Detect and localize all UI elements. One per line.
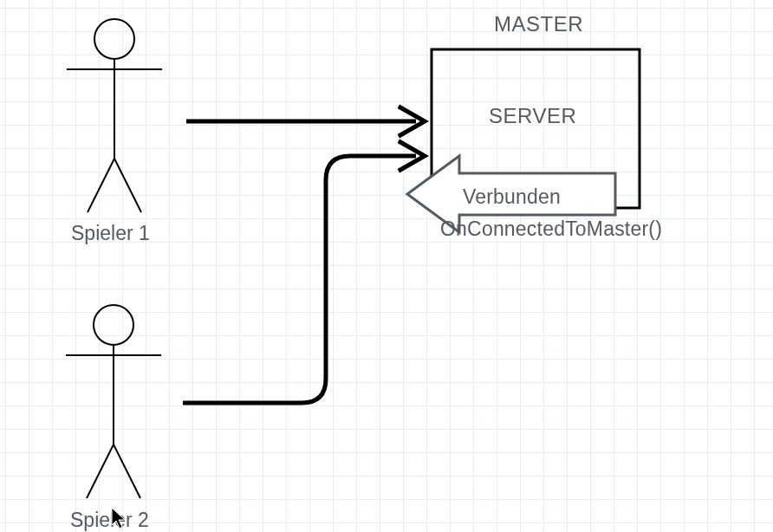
svg-line-8 (87, 444, 114, 498)
mouse-cursor-icon (110, 506, 127, 530)
svg-line-4 (114, 159, 141, 212)
svg-line-3 (88, 159, 114, 212)
arrow-player2-to-server (183, 142, 425, 403)
diagram-svg (0, 0, 773, 532)
onconnected-label: OnConnectedToMaster() (440, 217, 662, 241)
svg-line-9 (114, 444, 140, 498)
player-1-figure (67, 19, 162, 212)
svg-point-0 (94, 19, 134, 59)
player-1-label: Spieler 1 (71, 222, 150, 245)
diagram-stage: MASTER SERVER Verbunden OnConnectedToMas… (0, 0, 773, 532)
svg-point-5 (94, 305, 133, 345)
player-2-figure (66, 305, 161, 498)
server-label: SERVER (489, 104, 576, 128)
verbunden-label: Verbunden (463, 185, 561, 209)
arrow-player1-to-server (186, 107, 425, 135)
master-label: MASTER (494, 12, 583, 36)
